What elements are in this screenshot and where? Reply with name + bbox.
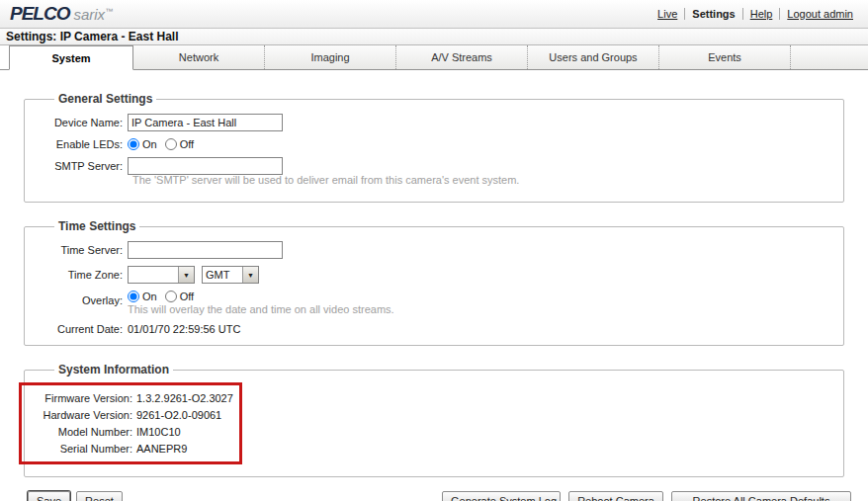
chevron-down-icon: ▼ (178, 267, 194, 283)
tab-bar-filler (791, 45, 868, 69)
enable-leds-radio-group: On Off (128, 138, 202, 150)
nav-logout-link[interactable]: Logout admin (780, 8, 860, 20)
firmware-version-row: Firmware Version: 1.3.2.9261-O2.3027 (22, 392, 239, 404)
footer-actions: Save Reset Generate System Log Reboot Ca… (0, 491, 868, 501)
time-zone-offset-value (129, 267, 178, 283)
nav-live-link[interactable]: Live (651, 8, 684, 20)
firmware-version-label: Firmware Version: (22, 392, 132, 404)
overlay-on-radio[interactable] (128, 291, 139, 302)
time-server-input[interactable] (128, 241, 283, 259)
enable-leds-off-label: Off (180, 138, 194, 150)
model-number-row: Model Number: IM10C10 (22, 426, 239, 438)
generate-system-log-button[interactable]: Generate System Log (442, 491, 561, 501)
tab-imaging[interactable]: Imaging (265, 45, 396, 69)
time-server-row: Time Server: (29, 241, 835, 259)
time-zone-offset-select[interactable]: ▼ (128, 266, 195, 284)
pelco-wordmark: PELCO (10, 3, 69, 25)
device-name-label: Device Name: (29, 117, 128, 128)
time-zone-region-value: GMT (203, 267, 242, 283)
hardware-version-label: Hardware Version: (22, 409, 132, 421)
chevron-down-icon: ▼ (242, 267, 258, 283)
current-date-value: 01/01/70 22:59:56 UTC (128, 323, 240, 335)
tab-network[interactable]: Network (133, 45, 265, 69)
model-number-value: IM10C10 (136, 426, 181, 438)
overlay-on-option[interactable]: On (128, 291, 157, 302)
time-settings-section: Time Settings Time Server: Time Zone: ▼ … (24, 219, 844, 346)
sarix-wordmark: sarix (73, 6, 105, 23)
model-number-label: Model Number: (22, 426, 132, 438)
firmware-version-value: 1.3.2.9261-O2.3027 (136, 392, 233, 404)
current-date-row: Current Date: 01/01/70 22:59:56 UTC (29, 323, 835, 335)
overlay-off-radio[interactable] (165, 291, 177, 302)
footer-right-group: Generate System Log Reboot Camera Restor… (442, 491, 851, 501)
nav-settings-current[interactable]: Settings (685, 8, 741, 20)
overlay-off-label: Off (180, 291, 194, 302)
header: PELCO sarix ™ Live Settings Help Logout … (0, 0, 868, 28)
serial-number-row: Serial Number: AANEPR9 (22, 443, 239, 455)
overlay-radio-group: On Off (128, 291, 394, 302)
overlay-off-option[interactable]: Off (165, 291, 194, 302)
footer-left-group: Save Reset (28, 491, 123, 501)
page-title: Settings: IP Camera - East Hall (0, 28, 868, 45)
overlay-help-text: This will overlay the date and time on a… (128, 303, 394, 315)
overlay-row: Overlay: On Off This will overlay the da… (29, 291, 835, 319)
enable-leds-on-label: On (142, 138, 157, 150)
enable-leds-label: Enable LEDs: (29, 138, 128, 150)
nav-help-link[interactable]: Help (743, 8, 780, 20)
general-settings-legend: General Settings (54, 92, 156, 106)
general-settings-section: General Settings Device Name: Enable LED… (24, 92, 844, 203)
current-date-label: Current Date: (29, 323, 128, 335)
trademark-symbol: ™ (105, 7, 113, 16)
smtp-help-text: The 'SMTP' server will be used to delive… (132, 174, 835, 186)
smtp-server-label: SMTP Server: (29, 160, 128, 172)
hardware-version-value: 9261-O2.0-09061 (136, 409, 221, 421)
system-information-section: System Information Firmware Version: 1.3… (24, 363, 844, 477)
tab-users-and-groups[interactable]: Users and Groups (528, 45, 659, 69)
enable-leds-on-radio[interactable] (128, 138, 139, 150)
smtp-server-row: SMTP Server: (29, 157, 835, 175)
camera-settings-page: PELCO sarix ™ Live Settings Help Logout … (0, 0, 868, 501)
device-name-row: Device Name: (29, 114, 835, 131)
overlay-on-label: On (142, 291, 157, 302)
device-name-input[interactable] (128, 114, 283, 131)
overlay-label: Overlay: (29, 291, 128, 306)
time-zone-row: Time Zone: ▼ GMT ▼ (29, 266, 835, 284)
enable-leds-off-radio[interactable] (165, 138, 177, 150)
smtp-server-input[interactable] (128, 157, 283, 175)
time-server-label: Time Server: (29, 244, 128, 256)
enable-leds-row: Enable LEDs: On Off (29, 138, 835, 150)
serial-number-label: Serial Number: (22, 443, 132, 455)
time-settings-legend: Time Settings (54, 219, 139, 233)
save-button[interactable]: Save (28, 491, 70, 501)
tab-system[interactable]: System (9, 45, 133, 70)
system-information-legend: System Information (54, 363, 173, 376)
tab-events[interactable]: Events (659, 45, 791, 69)
tab-bar: System Network Imaging A/V Streams Users… (0, 45, 868, 70)
top-nav: Live Settings Help Logout admin (651, 8, 860, 20)
time-zone-region-select[interactable]: GMT ▼ (202, 266, 259, 284)
pelco-sarix-logo: PELCO sarix ™ (10, 3, 113, 25)
system-info-highlight-box: Firmware Version: 1.3.2.9261-O2.3027 Har… (19, 382, 242, 464)
reset-button[interactable]: Reset (76, 491, 123, 501)
time-zone-label: Time Zone: (29, 269, 128, 281)
settings-content: General Settings Device Name: Enable LED… (0, 70, 868, 477)
reboot-camera-button[interactable]: Reboot Camera (568, 491, 663, 501)
serial-number-value: AANEPR9 (136, 443, 187, 455)
enable-leds-off-option[interactable]: Off (165, 138, 194, 150)
tab-av-streams[interactable]: A/V Streams (396, 45, 528, 69)
enable-leds-on-option[interactable]: On (128, 138, 157, 150)
restore-defaults-button[interactable]: Restore All Camera Defaults (671, 491, 851, 501)
hardware-version-row: Hardware Version: 9261-O2.0-09061 (22, 409, 239, 421)
